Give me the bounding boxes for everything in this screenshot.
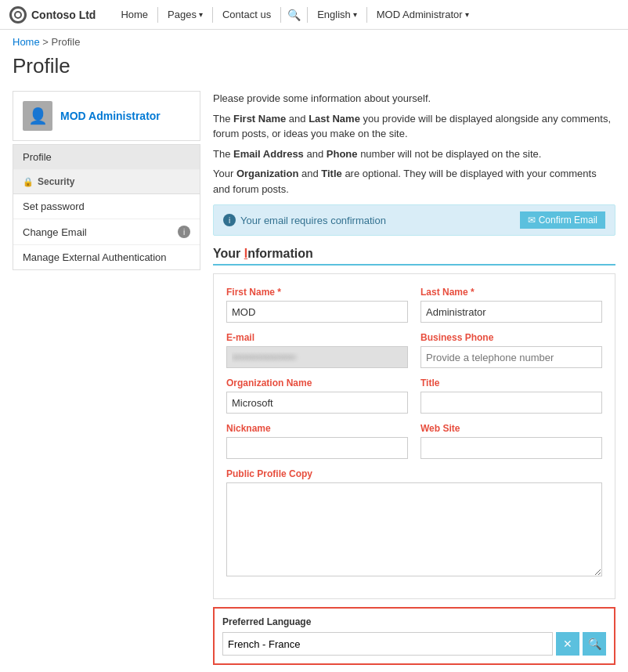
sidebar-username: MOD Administrator <box>60 110 161 122</box>
intro-line3: The Email Address and Phone number will … <box>213 146 615 162</box>
form-group-website: Web Site <box>420 423 602 459</box>
language-input-row: ✕ 🔍 <box>222 632 606 656</box>
form-group-nickname: Nickname <box>226 423 408 459</box>
language-search-button[interactable]: 🔍 <box>583 632 606 656</box>
form-row-email-phone: E-mail Business Phone <box>226 332 602 368</box>
sidebar-profile-label: Profile <box>23 151 52 163</box>
form-group-profile-copy: Public Profile Copy <box>226 468 602 576</box>
business-phone-label-text: Business Phone <box>420 332 493 343</box>
business-phone-input[interactable] <box>420 346 602 368</box>
sidebar-change-email-label: Change Email <box>23 226 87 238</box>
top-navigation: Contoso Ltd Home Pages ▾ Contact us 🔍 En… <box>0 0 628 30</box>
last-name-label-text: Last Name * <box>420 287 475 298</box>
language-clear-button[interactable]: ✕ <box>556 632 579 656</box>
profile-copy-textarea[interactable] <box>226 482 602 576</box>
breadcrumb-separator: > <box>42 36 49 48</box>
nav-links: Home Pages ▾ Contact us 🔍 English ▾ MOD … <box>111 0 619 30</box>
language-dropdown-arrow: ▾ <box>353 10 357 19</box>
nav-language[interactable]: English ▾ <box>308 0 366 30</box>
pages-dropdown-arrow: ▾ <box>199 10 203 19</box>
last-name-input[interactable] <box>420 301 602 323</box>
confirm-email-label: Confirm Email <box>539 215 597 226</box>
sidebar-security-label: Security <box>38 176 74 187</box>
nav-user[interactable]: MOD Administrator ▾ <box>367 0 478 30</box>
page-container: Profile 👤 MOD Administrator Profile 🔒 Se… <box>0 54 628 672</box>
avatar: 👤 <box>23 101 52 131</box>
email-banner-text: i Your email requires confirmation <box>223 214 386 226</box>
title-label-text: Title <box>420 378 439 388</box>
breadcrumb: Home > Profile <box>0 30 628 54</box>
website-label-text: Web Site <box>420 423 460 434</box>
profile-copy-label: Public Profile Copy <box>226 468 602 479</box>
language-label: English <box>317 9 351 20</box>
section-title-highlight: I <box>244 247 247 260</box>
nav-home[interactable]: Home <box>111 0 157 30</box>
email-banner-message: Your email requires confirmation <box>240 215 386 226</box>
preferred-language-section: Preferred Language ✕ 🔍 <box>213 607 615 665</box>
avatar-person-icon: 👤 <box>28 107 48 125</box>
sidebar-item-set-password[interactable]: Set password <box>13 194 200 219</box>
preferred-language-label: Preferred Language <box>222 616 606 627</box>
user-label: MOD Administrator <box>377 9 463 20</box>
sidebar-security-section: 🔒 Security <box>13 170 200 194</box>
banner-info-icon: i <box>223 214 236 226</box>
profile-copy-label-text: Public Profile Copy <box>226 468 312 479</box>
your-information-title: Your Information <box>213 247 615 266</box>
org-name-input[interactable] <box>226 392 408 414</box>
nav-search-icon[interactable]: 🔍 <box>281 0 307 30</box>
nav-pages[interactable]: Pages ▾ <box>158 0 212 30</box>
form-group-lastname: Last Name * <box>420 287 602 323</box>
email-input[interactable] <box>226 346 408 368</box>
sidebar-item-change-email[interactable]: Change Email i <box>13 219 200 245</box>
page-title: Profile <box>13 54 615 78</box>
website-label: Web Site <box>420 423 602 434</box>
sidebar-set-password-label: Set password <box>23 201 85 212</box>
form-group-title: Title <box>420 378 602 414</box>
main-layout: 👤 MOD Administrator Profile 🔒 Security S… <box>13 91 615 665</box>
email-label-text: E-mail <box>226 332 254 343</box>
first-name-label-text: First Name * <box>226 287 281 298</box>
form-group-phone: Business Phone <box>420 332 602 368</box>
website-input[interactable] <box>420 437 602 459</box>
intro-firstname-bold: First Name <box>233 113 286 125</box>
lock-icon: 🔒 <box>23 177 34 187</box>
nickname-label-text: Nickname <box>226 423 271 434</box>
intro-title-bold: Title <box>321 168 342 179</box>
form-row-name: First Name * Last Name * <box>226 287 602 323</box>
nickname-label: Nickname <box>226 423 408 434</box>
sidebar: 👤 MOD Administrator Profile 🔒 Security S… <box>13 91 200 665</box>
logo-circle-icon <box>9 6 27 23</box>
intro-lastname-bold: Last Name <box>309 113 360 125</box>
first-name-input[interactable] <box>226 301 408 323</box>
email-confirmation-banner: i Your email requires confirmation ✉ Con… <box>213 204 615 236</box>
svg-point-0 <box>15 12 21 18</box>
confirm-email-icon: ✉ <box>528 215 536 226</box>
sidebar-item-manage-auth[interactable]: Manage External Authentication <box>13 245 200 269</box>
first-name-label: First Name * <box>226 287 408 298</box>
sidebar-manage-auth-label: Manage External Authentication <box>23 251 167 263</box>
intro-line1: Please provide some information about yo… <box>213 91 615 107</box>
org-name-label: Organization Name <box>226 378 408 388</box>
nickname-input[interactable] <box>226 437 408 459</box>
site-logo[interactable]: Contoso Ltd <box>9 6 96 23</box>
sidebar-item-profile[interactable]: Profile <box>13 145 200 170</box>
title-input[interactable] <box>420 392 602 414</box>
site-name: Contoso Ltd <box>31 9 96 21</box>
intro-phone-bold: Phone <box>327 148 358 160</box>
form-group-firstname: First Name * <box>226 287 408 323</box>
org-name-label-text: Organization Name <box>226 378 312 388</box>
nav-contact[interactable]: Contact us <box>213 0 280 30</box>
confirm-email-button[interactable]: ✉ Confirm Email <box>520 211 605 229</box>
intro-line4: Your Organization and Title are optional… <box>213 166 615 197</box>
sidebar-menu: Profile 🔒 Security Set password Change E… <box>13 144 200 270</box>
sidebar-avatar: 👤 MOD Administrator <box>13 91 200 141</box>
business-phone-label: Business Phone <box>420 332 602 343</box>
form-group-org: Organization Name <box>226 378 408 414</box>
breadcrumb-home[interactable]: Home <box>13 36 40 48</box>
form-group-email: E-mail <box>226 332 408 368</box>
title-label: Title <box>420 378 602 388</box>
change-email-info-icon: i <box>178 226 190 238</box>
language-input[interactable] <box>222 632 553 656</box>
user-dropdown-arrow: ▾ <box>465 10 469 19</box>
intro-email-bold: Email Address <box>233 148 304 160</box>
